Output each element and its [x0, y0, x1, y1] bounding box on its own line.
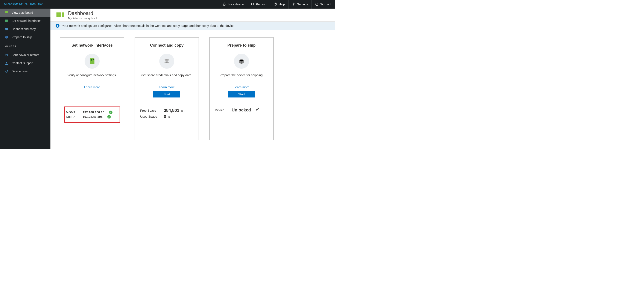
row-value: 0 [164, 114, 166, 119]
card-desc: Prepare the device for shipping. [220, 74, 264, 77]
svg-rect-28 [256, 110, 258, 111]
unlocked-icon [256, 108, 259, 112]
sidebar-item-label: Contact Support [12, 62, 33, 65]
lock-device-label: Lock device [228, 2, 244, 6]
start-connect-button[interactable]: Start [153, 91, 180, 98]
svg-point-14 [6, 62, 7, 63]
page-header: Dashboard MyDataBoxHeavyTest1 [50, 8, 335, 22]
connect-row-free: Free Space 384,801 GB [140, 108, 194, 113]
help-button[interactable]: Help [270, 0, 288, 8]
svg-rect-22 [90, 59, 92, 60]
status-ok-icon: ✓ [107, 115, 111, 118]
dashboard-cards: Set network interfaces Verify or configu… [50, 30, 335, 148]
learn-more-link[interactable]: Learn more [234, 86, 250, 89]
svg-point-2 [275, 5, 276, 5]
row-key: Used Space [140, 115, 160, 118]
network-row-data2: Data 2 10.128.46.195 ✓ [66, 115, 118, 118]
status-ok-icon: ✓ [109, 110, 112, 114]
help-icon [274, 2, 277, 6]
lock-icon [222, 2, 226, 6]
sidebar-item-ship[interactable]: Prepare to ship [0, 33, 50, 41]
info-icon: i [56, 24, 60, 28]
info-banner: i Your network settings are configured. … [50, 22, 335, 30]
reset-icon [5, 69, 8, 73]
info-banner-text: Your network settings are configured. Vi… [62, 24, 235, 28]
sidebar-item-label: View dashboard [12, 11, 33, 14]
svg-rect-5 [6, 11, 7, 12]
sidebar-manage-heading: MANAGE [0, 41, 50, 49]
sidebar-item-shutdown[interactable]: Shut down or restart [0, 51, 50, 59]
svg-rect-6 [7, 11, 8, 12]
card-network: Set network interfaces Verify or configu… [60, 37, 124, 140]
sidebar: View dashboard Set network interfaces Co… [0, 8, 50, 149]
help-label: Help [279, 2, 285, 6]
card-desc: Verify or configure network settings. [68, 74, 117, 77]
sidebar-divider [5, 50, 46, 50]
svg-rect-4 [5, 11, 6, 12]
sidebar-item-network[interactable]: Set network interfaces [0, 17, 50, 25]
svg-rect-17 [62, 12, 64, 14]
sidebar-collapse-handle[interactable]: ⋮⋮ [48, 77, 51, 81]
lock-device-button[interactable]: Lock device [219, 0, 247, 8]
card-ship-icon [234, 54, 249, 69]
settings-label: Settings [297, 2, 308, 6]
ship-detail: Device Unlocked [214, 104, 270, 116]
card-connect-icon [159, 54, 174, 69]
row-unit: GB [181, 110, 184, 112]
brand-title: Microsoft Azure Data Box [0, 2, 46, 6]
network-icon [5, 19, 8, 23]
sidebar-item-support[interactable]: Contact Support [0, 59, 50, 67]
sidebar-item-label: Set network interfaces [12, 19, 42, 22]
refresh-button[interactable]: Refresh [247, 0, 270, 8]
signout-button[interactable]: Sign out [312, 0, 335, 8]
svg-rect-23 [93, 59, 94, 60]
learn-more-link[interactable]: Learn more [84, 86, 100, 89]
svg-point-25 [166, 60, 168, 60]
sidebar-item-dashboard[interactable]: View dashboard [0, 8, 50, 17]
content-area: Dashboard MyDataBoxHeavyTest1 i Your net… [50, 8, 335, 149]
row-key: Free Space [140, 109, 160, 112]
card-desc: Get share credentials and copy data. [142, 74, 192, 77]
sidebar-item-label: Shut down or restart [12, 53, 39, 57]
svg-rect-10 [5, 20, 8, 22]
svg-rect-16 [59, 12, 61, 14]
dashboard-tiles-icon [56, 12, 64, 18]
refresh-label: Refresh [256, 2, 266, 6]
network-row-mgmt: MGMT 192.168.100.10 ✓ [66, 110, 118, 114]
svg-rect-0 [224, 4, 226, 5]
card-connect: Connect and copy Get share credentials a… [134, 37, 199, 140]
power-icon [315, 2, 318, 6]
network-row-value: 10.128.46.195 [83, 115, 102, 118]
sidebar-item-label: Prepare to ship [12, 36, 32, 39]
start-ship-button[interactable]: Start [228, 91, 255, 98]
svg-rect-7 [5, 12, 6, 13]
svg-rect-9 [7, 12, 8, 13]
svg-point-3 [293, 4, 294, 4]
svg-rect-11 [6, 20, 6, 20]
row-unit: GB [168, 116, 171, 118]
network-row-key: MGMT [66, 110, 79, 114]
network-detail-highlight: MGMT 192.168.100.10 ✓ Data 2 10.128.46.1… [64, 106, 120, 122]
support-icon [5, 61, 8, 65]
settings-button[interactable]: Settings [288, 0, 312, 8]
signout-label: Sign out [320, 2, 331, 6]
learn-more-link[interactable]: Learn more [159, 86, 175, 89]
connect-detail: Free Space 384,801 GB Used Space 0 GB [139, 104, 195, 122]
sidebar-item-label: Connect and copy [12, 27, 36, 31]
restart-icon [5, 53, 8, 57]
svg-point-27 [166, 62, 168, 63]
row-key: Device [215, 108, 228, 112]
connect-row-used: Used Space 0 GB [140, 114, 194, 119]
dashboard-icon [5, 11, 8, 14]
card-ship: Prepare to ship Prepare the device for s… [209, 37, 274, 140]
svg-rect-18 [56, 15, 58, 17]
ship-row-device: Device Unlocked [215, 108, 268, 112]
card-title: Connect and copy [150, 43, 184, 48]
row-value: Unlocked [232, 108, 251, 112]
sidebar-item-connect[interactable]: Connect and copy [0, 25, 50, 33]
svg-rect-21 [90, 58, 94, 64]
package-icon [5, 35, 8, 39]
page-title: Dashboard [68, 10, 97, 16]
sidebar-item-reset[interactable]: Device reset [0, 67, 50, 75]
disk-icon [5, 27, 8, 31]
